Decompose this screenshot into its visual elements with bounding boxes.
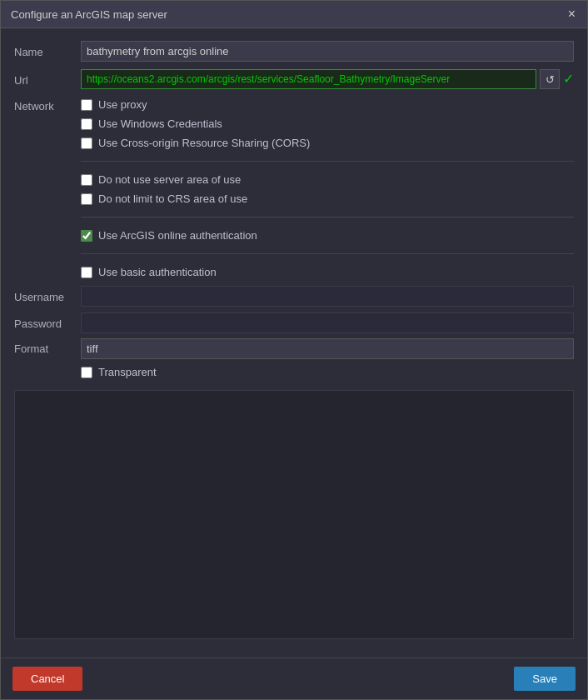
configure-dialog: Configure an ArcGIS map server × Name Ur…: [0, 0, 588, 700]
footer: Cancel Save: [1, 658, 587, 699]
format-options: Transparent: [81, 338, 574, 380]
name-input[interactable]: [81, 41, 574, 62]
use-cors-label: Use Cross-origin Resource Sharing (CORS): [98, 137, 310, 149]
dialog-title: Configure an ArcGIS map server: [11, 8, 167, 21]
username-input[interactable]: [81, 286, 574, 307]
no-server-area-checkbox[interactable]: [81, 174, 92, 186]
network-section: Network Use proxy Use Windows Credential…: [14, 97, 574, 280]
save-button[interactable]: Save: [514, 667, 576, 691]
transparent-label: Transparent: [98, 366, 157, 378]
use-windows-creds-row: Use Windows Credentials: [81, 116, 574, 132]
use-basic-auth-checkbox[interactable]: [81, 267, 92, 278]
url-label: Url: [14, 72, 81, 87]
use-cors-checkbox[interactable]: [81, 138, 92, 149]
format-section: Format Transparent: [14, 338, 574, 380]
use-proxy-label: Use proxy: [98, 98, 147, 111]
use-arcgis-auth-checkbox[interactable]: [81, 230, 92, 242]
username-row: Username: [14, 285, 574, 307]
do-not-use-server-area-row: Do not use server area of use: [81, 172, 574, 188]
transparent-row: Transparent: [81, 364, 574, 380]
use-proxy-checkbox[interactable]: [81, 99, 92, 111]
username-field-container: [81, 286, 574, 307]
use-proxy-row: Use proxy: [81, 97, 574, 112]
password-input[interactable]: [81, 312, 574, 333]
dialog-content: Name Url ↺ ✓ Network Use proxy: [1, 28, 587, 658]
divider-3: [81, 253, 574, 254]
use-basic-auth-row: Use basic authentication: [81, 264, 574, 280]
transparent-checkbox[interactable]: [81, 367, 92, 378]
use-cors-row: Use Cross-origin Resource Sharing (CORS): [81, 135, 574, 151]
close-button[interactable]: ×: [566, 8, 577, 21]
password-row: Password: [14, 312, 574, 333]
format-label: Format: [14, 338, 81, 355]
no-crs-limit-checkbox[interactable]: [81, 193, 92, 205]
name-field-container: [81, 41, 574, 62]
titlebar: Configure an ArcGIS map server ×: [1, 1, 587, 28]
use-windows-credentials-checkbox[interactable]: [81, 118, 92, 130]
network-options: Use proxy Use Windows Credentials Use Cr…: [81, 97, 574, 280]
url-row: Url ↺ ✓: [14, 68, 574, 90]
use-basic-auth-label: Use basic authentication: [98, 266, 217, 278]
url-field-container: ↺ ✓: [81, 69, 574, 89]
network-label: Network: [14, 97, 81, 280]
use-arcgis-auth-label: Use ArcGIS online authentication: [98, 229, 257, 242]
name-label: Name: [14, 44, 81, 58]
username-label: Username: [14, 289, 81, 303]
url-input[interactable]: [81, 69, 536, 89]
use-windows-credentials-label: Use Windows Credentials: [98, 118, 222, 130]
no-crs-limit-label: Do not limit to CRS area of use: [98, 192, 247, 205]
preview-area: [14, 390, 574, 639]
no-server-area-label: Do not use server area of use: [98, 173, 241, 186]
use-arcgis-auth-row: Use ArcGIS online authentication: [81, 228, 574, 243]
divider-1: [81, 161, 574, 162]
password-label: Password: [14, 316, 81, 330]
url-reset-button[interactable]: ↺: [540, 69, 560, 89]
name-row: Name: [14, 40, 574, 62]
cancel-button[interactable]: Cancel: [12, 667, 82, 691]
format-input[interactable]: [81, 338, 574, 359]
do-not-limit-crs-row: Do not limit to CRS area of use: [81, 191, 574, 207]
password-field-container: [81, 312, 574, 333]
divider-2: [81, 217, 574, 218]
url-valid-icon: ✓: [563, 72, 574, 86]
